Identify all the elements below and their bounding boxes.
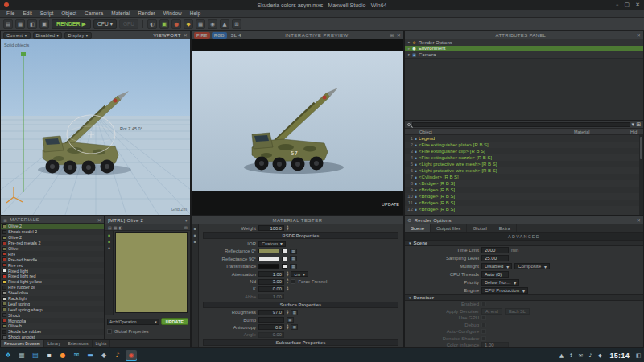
taskbar-app-icon[interactable]: ◆ (98, 350, 109, 361)
texture-slot[interactable] (282, 249, 287, 253)
toolbar-icon[interactable]: ▣ (159, 19, 169, 29)
denoiser-enabled-checkbox[interactable] (481, 302, 486, 306)
surface-section-bar[interactable]: Surface Properties (203, 302, 398, 308)
material-row[interactable]: Olive 2 (1, 235, 104, 241)
stepper[interactable]: ▲▼ (287, 324, 288, 330)
detach-icon[interactable]: ⊞ (636, 121, 641, 128)
tray-icon[interactable]: ✉ (576, 351, 584, 360)
bottom-tab[interactable]: Lights (93, 340, 111, 347)
panel-toggle-icon[interactable]: ◧ (635, 350, 642, 361)
material-row[interactable]: Shock (1, 312, 104, 318)
stepper[interactable]: ▲▼ (287, 286, 288, 292)
render-options-tab[interactable]: Extra (493, 224, 517, 232)
attenuation-field[interactable]: 1.00 (258, 271, 284, 277)
global-properties-checkbox[interactable] (107, 329, 112, 334)
object-row[interactable]: 3 ▪ <Fire extinguisher clip> [R B S] (405, 148, 639, 154)
reflectance0-swatch[interactable] (258, 249, 279, 253)
object-search-input[interactable] (412, 122, 630, 127)
taskbar-app-icon[interactable]: ▦ (16, 350, 27, 361)
taskbar-app-icon[interactable]: ◉ (126, 350, 137, 361)
taskbar-app-icon[interactable]: ▬ (85, 350, 96, 361)
menu-icon[interactable]: ≡ (3, 217, 7, 223)
menu-item[interactable]: Script (36, 10, 58, 18)
object-row[interactable]: 11 ▪ <Bridge> [R B S] (405, 200, 639, 206)
render-options-tab[interactable]: Global (467, 224, 493, 232)
auto-configure-checkbox[interactable] (481, 329, 486, 334)
filter-icon[interactable]: ▾ (632, 121, 635, 128)
cpu-selector[interactable]: CPU ▾ (93, 19, 117, 29)
taskbar-app-icon[interactable]: ♪ (112, 350, 123, 361)
object-row[interactable]: 7 ▪ <Cylinder> [R B S] (405, 174, 639, 180)
denoiser-section-header[interactable]: ▾ Denoiser (405, 294, 643, 301)
multilight-dropdown[interactable]: Disabled▾ (481, 263, 512, 269)
expand-arrow-icon[interactable]: ▸ (408, 40, 410, 44)
maximize-button[interactable]: ▢ (625, 2, 630, 8)
tray-icon[interactable]: ▲ (557, 351, 565, 360)
material-row[interactable]: Fixed light yellow (1, 279, 104, 285)
k-field[interactable]: 0.00 (258, 286, 284, 292)
chevron-down-icon[interactable]: ▾ (185, 217, 188, 223)
close-button[interactable]: ✕ (635, 2, 640, 8)
close-icon[interactable]: ✕ (637, 217, 641, 223)
roughness-field[interactable]: 97.0 (258, 310, 284, 315)
material-row[interactable]: Leaf spring sharp (1, 306, 104, 312)
operation-dropdown[interactable]: Arch/Operation ▾ (107, 319, 159, 325)
denoiser-enabled-label[interactable]: Enabled (408, 302, 479, 306)
material-row[interactable]: Olive b (1, 323, 104, 329)
engine-dropdown[interactable]: CPU Production▾ (481, 287, 528, 294)
status-chip[interactable]: RGB (212, 32, 227, 39)
viewport-3d-canvas[interactable] (1, 39, 190, 215)
object-row[interactable]: 2 ▪ <Fire extinguisher plate> [R B S] (405, 142, 639, 148)
menu-item[interactable]: Camera (80, 10, 107, 18)
object-row[interactable]: 9 ▪ <Bridge> [R B S] (405, 187, 639, 193)
objects-scrollbar[interactable] (639, 135, 643, 215)
viewport-dropdown[interactable]: Disabled▾ (33, 32, 63, 39)
toolbar-icon[interactable]: ● (171, 19, 181, 29)
material-row[interactable]: Leaf spring (1, 301, 104, 306)
material-row[interactable]: Fire (1, 251, 104, 257)
nd-field[interactable]: 3.00 (258, 279, 284, 285)
menu-item[interactable]: Material (107, 10, 134, 18)
render-options-tab[interactable]: Output files (431, 224, 467, 232)
material-row[interactable]: Olive 2 (1, 224, 104, 229)
texture-slot[interactable] (282, 264, 287, 269)
gpu-selector[interactable]: GPU (119, 19, 138, 29)
apply-each-sl-button[interactable]: Each SL (505, 308, 530, 315)
texture-slot[interactable] (282, 257, 287, 261)
layers-icon[interactable]: ▤ (108, 225, 112, 230)
viewport-dropdown[interactable]: Display▾ (64, 32, 91, 39)
material-row[interactable]: Shock model 2 (1, 229, 104, 235)
transmittance-swatch[interactable] (258, 264, 279, 269)
sampling-level-field[interactable]: 25.00 (481, 255, 509, 261)
denoise-shadow-checkbox[interactable] (481, 336, 486, 341)
column-hid[interactable]: Hid (630, 130, 643, 134)
menu-item[interactable]: Help (186, 10, 204, 18)
viewport-dropdown[interactable]: Current▾ (3, 32, 31, 39)
status-chip[interactable]: FIRE (194, 32, 210, 39)
anisotropy-field[interactable]: 0.0 (258, 324, 284, 330)
taskbar-app-icon[interactable]: ● (57, 350, 68, 361)
texture-icon[interactable]: ▦ (114, 225, 118, 230)
advanced-bar[interactable]: ADVANCED (405, 233, 643, 240)
taskbar-app-icon[interactable]: ▪ (43, 350, 55, 361)
toolbar-icon[interactable]: ▲ (220, 19, 229, 29)
tray-icon[interactable]: ♪ (586, 351, 594, 360)
tree-item[interactable]: ▸ ⚙ Render Options (405, 39, 643, 46)
stepper[interactable]: ▲▼ (287, 225, 288, 231)
clock[interactable]: 15:14 (609, 352, 630, 360)
render-button[interactable]: RENDER ▶ (52, 19, 91, 29)
tray-icon[interactable]: ↕ (567, 351, 575, 360)
expand-arrow-icon[interactable]: ▸ (408, 47, 410, 51)
toolbar-icon[interactable]: ▣ (39, 19, 49, 29)
texture-button[interactable]: ▦ (290, 249, 297, 254)
close-icon[interactable]: ✕ (397, 32, 401, 38)
apply-at-end-button[interactable]: At end (481, 308, 502, 315)
preview-update-label[interactable]: UPDATE (382, 202, 399, 207)
scene-section-header[interactable]: ▾ Scene (405, 240, 643, 246)
material-row[interactable]: Pre-red handle (1, 257, 104, 262)
close-icon[interactable]: ✕ (97, 217, 101, 223)
close-icon[interactable]: ✕ (184, 32, 188, 38)
toolbar-icon[interactable]: ◆ (184, 19, 193, 29)
toolbar-icon[interactable]: ◧ (27, 19, 37, 29)
reflectance90-swatch[interactable] (258, 257, 279, 261)
